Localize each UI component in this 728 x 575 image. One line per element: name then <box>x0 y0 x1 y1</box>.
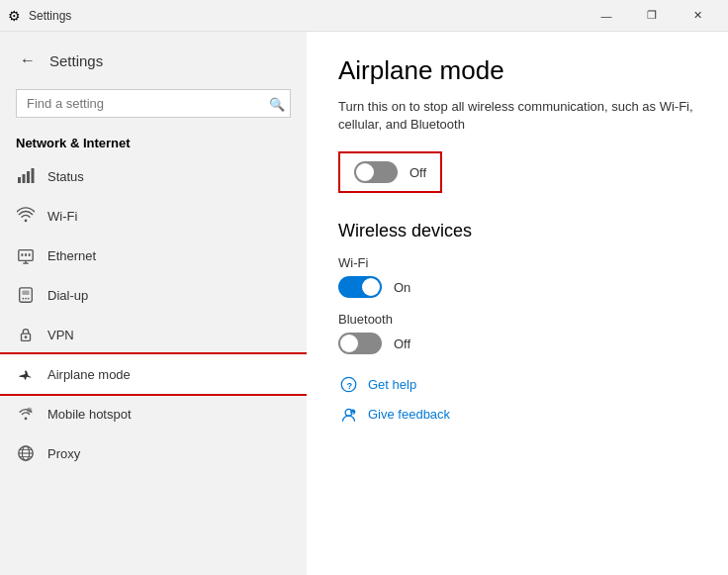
title-bar-controls: — ❐ ✕ <box>584 0 720 32</box>
status-label: Status <box>47 169 84 184</box>
sidebar-item-ethernet[interactable]: Ethernet <box>0 236 307 275</box>
back-button[interactable]: ← <box>16 48 40 73</box>
ethernet-label: Ethernet <box>47 248 96 263</box>
vpn-icon <box>16 325 36 344</box>
wifi-device-label: Wi-Fi <box>338 255 696 270</box>
sidebar-section-label: Network & Internet <box>0 130 307 156</box>
help-section: ? Get help + Give feedback <box>338 374 696 424</box>
svg-point-12 <box>22 298 24 300</box>
ethernet-icon <box>16 245 36 265</box>
app-content: ← Settings 🔍 Network & Internet Status <box>0 32 728 575</box>
svg-rect-5 <box>22 253 24 256</box>
svg-rect-1 <box>23 174 26 183</box>
svg-point-14 <box>28 298 30 300</box>
svg-rect-7 <box>29 253 31 256</box>
search-input[interactable] <box>16 89 291 118</box>
main-content: Airplane mode Turn this on to stop all w… <box>307 32 728 575</box>
sidebar-item-proxy[interactable]: Proxy <box>0 433 307 473</box>
wireless-section-title: Wireless devices <box>338 221 696 241</box>
sidebar-header: ← Settings <box>0 32 307 81</box>
search-icon-button[interactable]: 🔍 <box>269 96 285 111</box>
airplane-toggle-label: Off <box>410 165 426 180</box>
title-bar-title: Settings <box>29 9 71 23</box>
sidebar-item-hotspot[interactable]: Mobile hotspot <box>0 394 307 433</box>
bluetooth-toggle[interactable] <box>338 333 382 354</box>
airplane-toggle-container: Off <box>338 151 442 193</box>
search-icon: 🔍 <box>269 96 285 111</box>
get-help-label: Get help <box>368 377 416 392</box>
get-help-link[interactable]: ? Get help <box>338 374 696 394</box>
wifi-toggle-label: On <box>394 280 410 295</box>
svg-rect-11 <box>22 291 29 296</box>
app-title: Settings <box>49 52 103 69</box>
search-container: 🔍 <box>16 89 291 118</box>
page-description: Turn this on to stop all wireless commun… <box>338 98 696 134</box>
hotspot-icon <box>16 404 36 424</box>
title-bar-left: ⚙ Settings <box>8 8 71 24</box>
dialup-icon <box>16 285 36 305</box>
svg-rect-3 <box>32 168 35 183</box>
close-button[interactable]: ✕ <box>675 0 720 32</box>
bluetooth-toggle-label: Off <box>394 336 410 351</box>
airplane-label: Airplane mode <box>47 367 131 382</box>
wireless-section: Wireless devices Wi-Fi On Bluetooth Off <box>338 221 696 354</box>
get-help-icon: ? <box>338 374 358 394</box>
svg-rect-6 <box>25 253 27 256</box>
sidebar: ← Settings 🔍 Network & Internet Status <box>0 32 307 575</box>
wifi-toggle[interactable] <box>338 276 382 298</box>
wifi-icon <box>16 206 36 226</box>
airplane-icon <box>16 364 36 384</box>
sidebar-item-status[interactable]: Status <box>0 156 307 196</box>
svg-point-16 <box>25 335 28 338</box>
maximize-button[interactable]: ❐ <box>629 0 675 32</box>
status-icon <box>16 166 36 186</box>
hotspot-label: Mobile hotspot <box>47 407 132 422</box>
svg-text:?: ? <box>346 381 352 391</box>
minimize-button[interactable]: — <box>584 0 629 32</box>
svg-rect-0 <box>18 177 21 183</box>
give-feedback-label: Give feedback <box>368 407 450 422</box>
wifi-device-toggle-row: On <box>338 276 696 298</box>
settings-icon: ⚙ <box>8 8 21 24</box>
svg-rect-2 <box>27 171 30 183</box>
proxy-label: Proxy <box>47 446 80 461</box>
vpn-label: VPN <box>47 328 74 342</box>
bluetooth-device-label: Bluetooth <box>338 312 696 327</box>
sidebar-item-airplane[interactable]: Airplane mode <box>0 354 307 394</box>
wifi-label: Wi-Fi <box>47 209 77 224</box>
sidebar-item-wifi[interactable]: Wi-Fi <box>0 196 307 236</box>
give-feedback-icon: + <box>338 404 358 424</box>
bluetooth-device-toggle-row: Off <box>338 333 696 354</box>
title-bar: ⚙ Settings — ❐ ✕ <box>0 0 728 32</box>
sidebar-item-vpn[interactable]: VPN <box>0 315 307 354</box>
proxy-icon <box>16 443 36 463</box>
airplane-mode-toggle[interactable] <box>354 161 398 183</box>
sidebar-item-dialup[interactable]: Dial-up <box>0 275 307 315</box>
page-title: Airplane mode <box>338 55 696 86</box>
give-feedback-link[interactable]: + Give feedback <box>338 404 696 424</box>
dialup-label: Dial-up <box>47 288 88 303</box>
svg-point-17 <box>27 408 32 413</box>
svg-point-13 <box>25 298 27 300</box>
